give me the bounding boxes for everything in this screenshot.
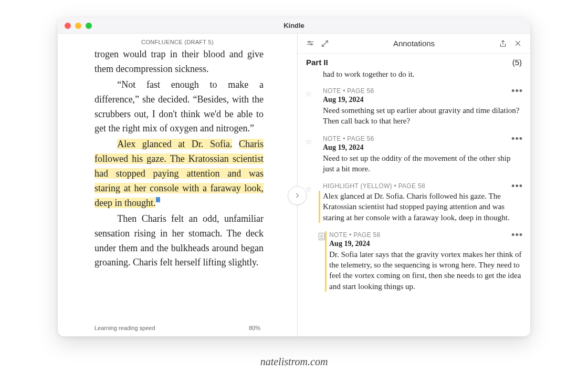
annotation-body: Need something set up earlier about grav… [323, 105, 522, 127]
svg-line-5 [325, 40, 328, 43]
highlighted-text[interactable]: Alex glanced at Dr. Sofia. [117, 139, 232, 149]
highlight-bar: Alex glanced at Dr. Sofia. Charis follow… [319, 191, 522, 223]
more-menu-button[interactable]: ••• [511, 183, 523, 189]
sliders-icon [306, 39, 314, 48]
filter-button[interactable] [303, 36, 318, 51]
expand-arrows-icon [321, 39, 329, 48]
paragraph: Then Charis felt an odd, unfamiliar sens… [94, 212, 264, 271]
context-fragment: had to work together to do it. [298, 70, 530, 84]
note-icon [319, 233, 325, 240]
paragraph: trogen would trap in their blood and giv… [94, 47, 264, 77]
section-header[interactable]: Part II (5) [298, 54, 530, 70]
next-page-button[interactable] [288, 186, 307, 205]
star-icon[interactable]: ☆ [305, 137, 312, 147]
close-icon [514, 39, 522, 47]
annotation-meta: NOTE • PAGE 56 [323, 87, 522, 95]
paragraph: Alex glanced at Dr. Sofia. Charis follow… [94, 137, 264, 210]
paragraph: “Not fast enough to make a difference,” … [94, 78, 264, 137]
annotation-date: Aug 19, 2024 [323, 143, 522, 152]
watermark: natelistrom.com [0, 356, 588, 368]
reader-pane: CONFLUENCE (DRAFT 5) trogen would trap i… [58, 34, 298, 336]
highlighted-text[interactable]: Charis followed his gaze. The Kratossian… [94, 139, 264, 208]
progress-percent: 80% [249, 325, 260, 331]
svg-point-3 [311, 44, 312, 45]
svg-point-1 [309, 41, 310, 43]
annotation-item[interactable]: ☆ ••• NOTE • PAGE 56 Aug 19, 2024 Need s… [298, 84, 530, 132]
window-title: Kindle [58, 22, 530, 29]
collapse-button[interactable] [318, 36, 332, 51]
share-button[interactable] [496, 36, 510, 51]
panel-header: Annotations [298, 34, 530, 54]
annotation-item[interactable]: ☆ ••• NOTE • PAGE 56 Aug 19, 2024 Need t… [298, 132, 530, 180]
annotation-meta: NOTE • PAGE 58 [329, 231, 522, 239]
star-icon[interactable]: ☆ [305, 89, 312, 99]
content-area: CONFLUENCE (DRAFT 5) trogen would trap i… [58, 34, 530, 336]
annotation-body: Dr. Sofia later says that the gravity vo… [329, 249, 522, 292]
reading-speed-label: Learning reading speed [94, 325, 155, 331]
annotation-list[interactable]: ☆ ••• NOTE • PAGE 56 Aug 19, 2024 Need s… [298, 84, 530, 336]
annotation-date: Aug 19, 2024 [329, 240, 522, 248]
reader-footer: Learning reading speed 80% [58, 322, 297, 336]
annotation-meta: NOTE • PAGE 56 [323, 135, 522, 142]
note-marker-icon[interactable] [156, 197, 160, 202]
document-title: CONFLUENCE (DRAFT 5) [58, 34, 297, 47]
section-name: Part II [306, 58, 328, 67]
annotation-meta: HIGHLIGHT (YELLOW) • PAGE 58 [323, 182, 522, 190]
chevron-right-icon [293, 192, 301, 199]
annotation-item[interactable]: ☆ ••• HIGHLIGHT (YELLOW) • PAGE 58 Alex … [298, 179, 530, 228]
share-icon [499, 39, 507, 48]
close-panel-button[interactable] [510, 36, 525, 51]
more-menu-button[interactable]: ••• [511, 88, 523, 94]
annotations-panel: Annotations Part II (5) had to work t [298, 34, 530, 336]
annotation-date: Aug 19, 2024 [323, 96, 522, 104]
annotation-body: Need to set up the oddity of the movemen… [323, 153, 522, 174]
annotation-item[interactable]: ••• NOTE • PAGE 58 Aug 19, 2024 Dr. Sofi… [298, 228, 530, 297]
titlebar: Kindle [58, 18, 530, 34]
highlight-bar: NOTE • PAGE 58 Aug 19, 2024 Dr. Sofia la… [325, 231, 522, 292]
svg-line-4 [322, 44, 325, 46]
more-menu-button[interactable]: ••• [511, 136, 523, 141]
page-body[interactable]: trogen would trap in their blood and giv… [58, 47, 297, 322]
annotation-body: Alex glanced at Dr. Sofia. Charis follow… [323, 191, 522, 223]
section-count: (5) [512, 58, 522, 67]
app-window: Kindle CONFLUENCE (DRAFT 5) trogen would… [58, 18, 530, 336]
more-menu-button[interactable]: ••• [511, 232, 523, 238]
